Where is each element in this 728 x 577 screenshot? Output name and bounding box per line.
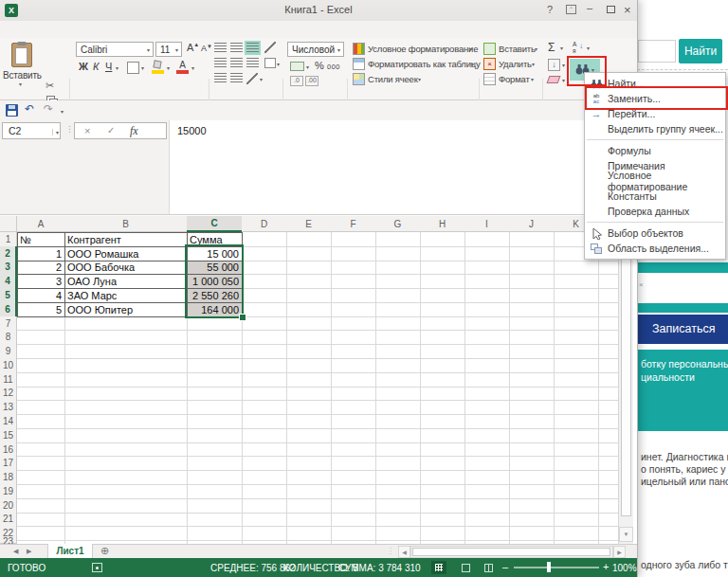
webpage-close-mark[interactable]: × [639, 280, 644, 289]
row-header-7[interactable]: 7 [0, 316, 17, 332]
webpage-bottom-line: одного зуба либо т [641, 559, 728, 570]
column-header-D[interactable]: D [242, 216, 287, 232]
signup-label: Записаться [652, 322, 715, 335]
row-header-6[interactable]: 6 [0, 302, 17, 317]
column-header-I[interactable]: I [464, 216, 510, 232]
zoom-slider-thumb[interactable] [547, 562, 551, 572]
column-header-F[interactable]: F [331, 216, 376, 232]
gridline [598, 232, 599, 544]
cell-C1[interactable]: Сумма [187, 232, 243, 247]
gridline [17, 414, 618, 415]
search-input[interactable] [638, 40, 676, 63]
gridline [17, 513, 618, 514]
webpage-find-button[interactable]: Найти [679, 39, 722, 63]
column-header-B[interactable]: B [64, 216, 188, 232]
menu-item-label: Найти... [608, 78, 645, 89]
row-header-2[interactable]: 2 [0, 246, 17, 261]
gridline [17, 372, 618, 373]
row-header-1[interactable]: 1 [0, 232, 17, 247]
sheet-tab[interactable]: Лист1 [47, 544, 93, 558]
row-header-8[interactable]: 8 [0, 330, 17, 345]
column-header-C[interactable]: C [187, 216, 243, 232]
zoom-slider-track[interactable] [514, 567, 599, 568]
cell-C5[interactable]: 2 550 260 [187, 288, 243, 303]
menu-item-label: Выбор объектов [608, 227, 683, 239]
menu-item-goto[interactable]: → Перейти... [585, 106, 725, 121]
cell-B5[interactable]: ЗАО Марс [64, 288, 188, 303]
row-header-17[interactable]: 17 [0, 456, 17, 471]
menu-item-selection-pane[interactable]: Область выделения... [585, 241, 725, 256]
cell-B1[interactable]: Контрагент [64, 232, 188, 247]
row-header-12[interactable]: 12 [0, 387, 17, 402]
cell-A2[interactable]: 1 [17, 246, 65, 261]
view-normal-icon[interactable] [431, 561, 446, 574]
row-header-13[interactable]: 13 [0, 400, 17, 415]
zoom-out-icon[interactable]: – [502, 561, 508, 572]
row-header-15[interactable]: 15 [0, 428, 17, 443]
menu-item-select-objects[interactable]: Выбор объектов [585, 225, 725, 241]
horizontal-scrollbar[interactable] [410, 546, 613, 558]
row-header-21[interactable]: 21 [0, 513, 17, 528]
cell-A4[interactable]: 3 [17, 274, 65, 289]
menu-item-formulas[interactable]: Формулы [585, 143, 725, 158]
vertical-scrollbar[interactable]: ▲ ▼ [618, 216, 633, 544]
menu-item-data-validation[interactable]: Проверка данных [585, 204, 725, 219]
menu-item-replace[interactable]: abac Заменить... [585, 91, 725, 106]
select-all-corner[interactable] [0, 216, 17, 232]
row-header-5[interactable]: 5 [0, 288, 17, 303]
zoom-in-icon[interactable]: + [603, 561, 609, 572]
menu-item-label: Проверка данных [608, 206, 689, 217]
cell-A1[interactable]: № [17, 232, 65, 247]
view-page-break-icon[interactable] [481, 561, 496, 574]
vertical-scroll-thumb[interactable] [621, 232, 631, 516]
horizontal-scroll-thumb[interactable] [412, 548, 610, 556]
column-header-G[interactable]: G [375, 216, 421, 232]
sheet-tab-bar: ◀ ▶ Лист1 ⊕ ⋮ ◀ ▶ [0, 544, 637, 558]
row-header-20[interactable]: 20 [0, 498, 17, 514]
row-header-4[interactable]: 4 [0, 274, 17, 289]
cell-C4[interactable]: 1 000 050 [187, 274, 243, 289]
cell-C2[interactable]: 15 000 [187, 246, 243, 261]
cell-B6[interactable]: ООО Юпитер [64, 302, 188, 317]
cell-B2[interactable]: ООО Ромашка [64, 246, 188, 261]
sheet-nav-next-icon[interactable]: ▶ [27, 548, 31, 555]
gridline [17, 484, 618, 485]
row-header-9[interactable]: 9 [0, 344, 17, 359]
new-sheet-icon[interactable]: ⊕ [100, 545, 109, 557]
row-header-14[interactable]: 14 [0, 414, 17, 429]
cell-C3[interactable]: 55 000 [187, 261, 243, 276]
row-header-10[interactable]: 10 [0, 358, 17, 373]
scroll-down-icon[interactable]: ▼ [619, 527, 633, 542]
zoom-level[interactable]: 100% [612, 563, 637, 573]
gridline [420, 232, 421, 544]
cell-B4[interactable]: ОАО Луна [64, 274, 188, 289]
menu-separator [587, 139, 723, 140]
row-header-18[interactable]: 18 [0, 470, 17, 485]
column-header-A[interactable]: A [17, 216, 65, 232]
cell-A5[interactable]: 4 [17, 288, 65, 303]
hscroll-left-icon[interactable]: ◀ [398, 546, 410, 558]
hscroll-right-icon[interactable]: ▶ [613, 546, 626, 558]
row-header-19[interactable]: 19 [0, 484, 17, 499]
macro-record-icon[interactable] [92, 563, 102, 572]
tab-splitter-icon[interactable]: ⋮ [387, 547, 394, 555]
menu-item-conditional-formatting[interactable]: Условное форматирование [585, 173, 725, 189]
menu-item-goto-special[interactable]: Выделить группу ячеек... [585, 121, 725, 136]
gridline [375, 232, 376, 544]
row-header-16[interactable]: 16 [0, 442, 17, 458]
view-page-layout-icon[interactable] [458, 561, 473, 574]
cell-B3[interactable]: ООО Бабочка [64, 261, 188, 276]
column-header-E[interactable]: E [286, 216, 332, 232]
column-header-H[interactable]: H [420, 216, 465, 232]
fill-handle[interactable] [239, 314, 246, 321]
row-header-3[interactable]: 3 [0, 261, 17, 276]
cell-A6[interactable]: 5 [17, 302, 65, 317]
cell-A3[interactable]: 2 [17, 261, 65, 276]
menu-item-find[interactable]: Найти... [585, 76, 725, 91]
column-header-J[interactable]: J [509, 216, 555, 232]
cell-C6[interactable]: 164 000 [187, 302, 243, 317]
sheet-nav-prev-icon[interactable]: ◀ [13, 548, 18, 555]
menu-item-label: Выделить группу ячеек... [608, 123, 723, 135]
row-header-11[interactable]: 11 [0, 372, 17, 388]
signup-button[interactable]: Записаться [637, 315, 728, 344]
